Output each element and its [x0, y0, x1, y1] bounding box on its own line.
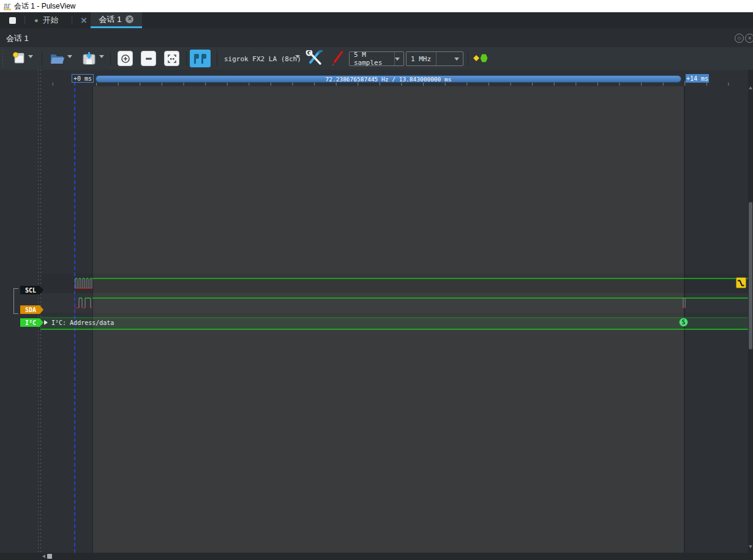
device-selector-label: sigrok FX2 LA (8ch) [224, 55, 301, 63]
decode-row-label: I²C: Address/data [51, 319, 114, 326]
dock-close-icon[interactable]: ✕ [745, 34, 753, 43]
waveform-traces [0, 70, 753, 553]
probe-icon [330, 50, 346, 66]
new-file-button[interactable] [11, 50, 27, 66]
zoom-fit-icon [167, 54, 177, 64]
toolbar-separator [24, 16, 25, 24]
main-toolbar: sigrok FX2 LA (8ch) 5 M samples 1 MHz [0, 47, 753, 70]
scroll-down-icon[interactable] [749, 545, 752, 548]
save-button[interactable] [81, 50, 97, 66]
new-session-icon: ✕ [81, 16, 88, 25]
tab-close-icon[interactable]: ✕ [126, 15, 133, 23]
channel-group-bracket[interactable] [13, 288, 18, 314]
toolbar-separator [72, 16, 72, 24]
run-button-label: 开始 [43, 15, 59, 26]
stop-icon [9, 17, 16, 24]
expand-arrow-icon [44, 320, 48, 325]
decoder-tag-i2c[interactable]: I²C [20, 318, 43, 327]
sample-rate-combo[interactable]: 1 MHz [406, 51, 463, 66]
window-title: 会话 1 - PulseView [14, 1, 75, 12]
vertical-scrollbar-thumb[interactable] [749, 202, 752, 349]
toolbar-separator [186, 51, 187, 65]
falling-edge-icon [737, 279, 745, 287]
decode-row-header[interactable]: I²C: Address/data [44, 318, 114, 327]
open-button[interactable] [49, 50, 65, 66]
open-dropdown-arrow[interactable] [67, 55, 72, 58]
sample-rate-value: 1 MHz [406, 55, 431, 63]
open-folder-icon [49, 51, 65, 65]
toolbar-separator [110, 51, 111, 65]
new-file-dropdown-arrow[interactable] [28, 55, 33, 58]
trigger-settings-button[interactable] [471, 50, 490, 66]
device-selector[interactable]: sigrok FX2 LA (8ch) [224, 51, 301, 66]
channels-button[interactable] [329, 50, 347, 66]
save-icon [81, 51, 97, 65]
new-session-button[interactable]: ✕ [77, 12, 91, 28]
trigger-connector-icon [472, 50, 489, 66]
combo-divider [436, 52, 436, 65]
toolbar-separator [42, 51, 42, 65]
wrench-screwdriver-icon [305, 50, 324, 66]
app-icon [3, 2, 12, 10]
run-state-icon: ● [34, 17, 39, 24]
trace-view[interactable]: +0 ms 72.238676587445 Hz / 13.843000000 … [0, 70, 753, 553]
dock-float-icon[interactable]: ◇ [735, 34, 744, 43]
sample-rate-dropdown-arrow [454, 58, 459, 61]
decoder-probes-icon [193, 53, 208, 64]
configure-device-button[interactable] [305, 50, 324, 66]
scroll-left-icon[interactable] [42, 554, 45, 558]
dock-title: 会话 1 [6, 33, 29, 44]
tab-label: 会话 1 [99, 14, 122, 25]
scroll-up-icon[interactable] [749, 86, 752, 89]
window-titlebar: 会话 1 - PulseView [0, 0, 753, 12]
add-decoder-button[interactable] [190, 50, 211, 67]
stop-button[interactable] [4, 12, 20, 28]
sample-count-dropdown-arrow [395, 58, 400, 61]
save-dropdown-arrow[interactable] [99, 55, 104, 58]
tab-session-1[interactable]: 会话 1 ✕ [91, 12, 142, 28]
trigger-marker[interactable] [736, 277, 746, 288]
zoom-out-button[interactable] [141, 51, 156, 66]
new-file-icon [12, 51, 26, 65]
zoom-in-button[interactable] [118, 51, 133, 66]
zoom-fit-button[interactable] [164, 51, 179, 66]
channel-tag-sda[interactable]: SDA [20, 305, 43, 314]
horizontal-scrollbar-thumb[interactable] [47, 554, 52, 559]
dock-titlebar: 会话 1 ◇ ✕ [0, 28, 753, 48]
channel-tag-scl[interactable]: SCL [20, 286, 43, 294]
sample-count-combo[interactable]: 5 M samples [349, 51, 404, 66]
zoom-in-icon [121, 54, 130, 64]
toolbar-handle[interactable] [2, 50, 7, 67]
toolbar-separator [468, 51, 468, 65]
toolbar-separator [217, 51, 217, 65]
horizontal-scrollbar[interactable] [0, 553, 753, 560]
run-button[interactable]: ● 开始 [31, 12, 62, 28]
device-dropdown-arrow[interactable] [295, 55, 300, 58]
i2c-start-annotation[interactable]: S [679, 318, 688, 327]
vertical-scrollbar[interactable] [748, 70, 753, 553]
session-toolbar: ● 开始 ✕ 会话 1 ✕ [0, 12, 753, 28]
sample-count-value: 5 M samples [350, 51, 389, 67]
zoom-out-icon [144, 54, 154, 64]
